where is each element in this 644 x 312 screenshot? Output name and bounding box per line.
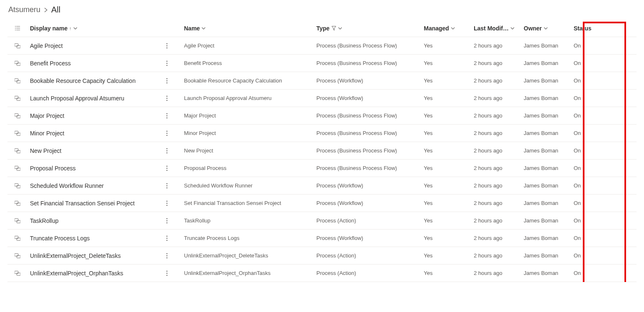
cell-display-name[interactable]: Major Project <box>27 112 182 119</box>
more-actions-icon[interactable] <box>164 200 170 206</box>
cell-status: On <box>571 182 634 189</box>
svg-point-28 <box>167 113 167 114</box>
process-icon <box>15 183 20 189</box>
table-row[interactable]: Truncate Process LogsTruncate Process Lo… <box>7 230 637 247</box>
table-row[interactable]: UnlinkExternalProject_OrphanTasksUnlinkE… <box>7 265 637 282</box>
cell-type: Process (Business Process Flow) <box>314 42 421 49</box>
table-row[interactable]: Scheduled Workflow RunnerScheduled Workf… <box>7 177 637 195</box>
cell-managed: Yes <box>421 77 471 84</box>
svg-point-70 <box>167 257 167 258</box>
more-actions-icon[interactable] <box>164 270 170 276</box>
svg-point-53 <box>167 200 167 201</box>
cell-display-name[interactable]: Set Financial Transaction Sensei Project <box>27 200 182 207</box>
table-row[interactable]: Launch Proposal Approval AtsumeruLaunch … <box>7 90 637 107</box>
cell-name: Bookable Resource Capacity Calculation <box>182 77 314 84</box>
table-row[interactable]: Set Financial Transaction Sensei Project… <box>7 195 637 212</box>
table-row[interactable]: Major ProjectMajor ProjectProcess (Busin… <box>7 107 637 125</box>
svg-rect-62 <box>17 238 20 240</box>
table-row[interactable]: Bookable Resource Capacity CalculationBo… <box>7 72 637 90</box>
more-actions-icon[interactable] <box>164 148 170 154</box>
more-actions-icon[interactable] <box>164 165 170 171</box>
svg-point-63 <box>167 235 167 236</box>
cell-managed: Yes <box>421 95 471 101</box>
cell-owner: James Boman <box>521 235 571 241</box>
cell-display-name[interactable]: Scheduled Workflow Runner <box>27 182 182 189</box>
cell-display-name[interactable]: Benefit Process <box>27 60 182 67</box>
header-managed-label: Managed <box>424 25 449 32</box>
svg-point-13 <box>167 60 167 61</box>
table-row[interactable]: Benefit ProcessBenefit ProcessProcess (B… <box>7 55 637 72</box>
svg-point-73 <box>167 270 167 271</box>
table-row[interactable]: Minor ProjectMinor ProjectProcess (Busin… <box>7 125 637 142</box>
more-actions-icon[interactable] <box>164 95 170 101</box>
breadcrumb-solution[interactable]: Atsumeru <box>8 5 40 14</box>
cell-owner: James Boman <box>521 200 571 206</box>
svg-point-39 <box>167 150 167 151</box>
svg-rect-4 <box>15 30 16 30</box>
svg-rect-47 <box>17 185 20 188</box>
more-actions-icon[interactable] <box>164 235 170 241</box>
more-actions-icon[interactable] <box>164 43 170 49</box>
cell-display-name[interactable]: TaskRollup <box>27 217 182 224</box>
cell-display-name[interactable]: Bookable Resource Capacity Calculation <box>27 77 182 84</box>
cell-display-name[interactable]: Agile Project <box>27 42 182 49</box>
svg-point-48 <box>167 183 167 184</box>
process-icon <box>15 235 20 241</box>
cell-display-name[interactable]: UnlinkExternalProject_OrphanTasks <box>27 270 182 277</box>
cell-name: Agile Project <box>182 42 314 49</box>
table-row[interactable]: Agile ProjectAgile ProjectProcess (Busin… <box>7 37 637 55</box>
svg-rect-22 <box>17 98 20 100</box>
svg-rect-16 <box>15 78 18 81</box>
table-row[interactable]: UnlinkExternalProject_DeleteTasksUnlinkE… <box>7 247 637 265</box>
cell-owner: James Boman <box>521 130 571 136</box>
cell-name: Launch Proposal Approval Atsumeru <box>182 95 314 101</box>
header-last-modified[interactable]: Last Modif… <box>471 25 521 32</box>
svg-point-33 <box>167 130 167 131</box>
table-row[interactable]: New ProjectNew ProjectProcess (Business … <box>7 142 637 160</box>
cell-owner: James Boman <box>521 60 571 66</box>
header-type[interactable]: Type <box>314 25 421 32</box>
svg-point-10 <box>167 47 167 48</box>
cell-last-modified: 2 hours ago <box>471 77 521 84</box>
svg-point-75 <box>167 275 167 275</box>
cell-display-name[interactable]: UnlinkExternalProject_DeleteTasks <box>27 252 182 259</box>
cell-type: Process (Workflow) <box>314 182 421 189</box>
cell-display-name[interactable]: Truncate Process Logs <box>27 235 182 242</box>
more-actions-icon[interactable] <box>164 253 170 259</box>
svg-rect-3 <box>16 28 20 28</box>
more-actions-icon[interactable] <box>164 60 170 66</box>
chevron-down-icon <box>338 26 342 30</box>
more-actions-icon[interactable] <box>164 78 170 84</box>
cell-name: Benefit Process <box>182 60 314 66</box>
cell-status: On <box>571 77 634 84</box>
header-owner[interactable]: Owner <box>521 25 571 32</box>
cell-status: On <box>571 252 634 259</box>
more-actions-icon[interactable] <box>164 183 170 189</box>
more-actions-icon[interactable] <box>164 218 170 224</box>
svg-rect-12 <box>17 63 20 65</box>
more-actions-icon[interactable] <box>164 130 170 136</box>
svg-point-15 <box>167 65 167 65</box>
process-icon <box>15 95 20 101</box>
table-row[interactable]: TaskRollupTaskRollupProcess (Action)Yes2… <box>7 212 637 230</box>
chevron-down-icon <box>544 26 548 30</box>
cell-display-name[interactable]: Proposal Process <box>27 165 182 172</box>
svg-rect-11 <box>15 61 18 63</box>
select-all-header[interactable] <box>7 25 27 31</box>
header-name[interactable]: Name <box>182 25 314 32</box>
header-display-name[interactable]: Display name ↑ <box>27 25 182 32</box>
cell-display-name[interactable]: New Project <box>27 147 182 154</box>
more-actions-icon[interactable] <box>164 113 170 119</box>
process-icon <box>15 253 20 259</box>
cell-status: On <box>571 165 634 171</box>
header-status[interactable]: Status <box>571 25 634 32</box>
svg-point-68 <box>167 253 167 254</box>
table-row[interactable]: Proposal ProcessProposal ProcessProcess … <box>7 160 637 177</box>
process-icon <box>15 200 20 206</box>
cell-status: On <box>571 147 634 154</box>
svg-point-60 <box>167 222 167 223</box>
cell-display-name[interactable]: Launch Proposal Approval Atsumeru <box>27 95 182 102</box>
cell-display-name[interactable]: Minor Project <box>27 130 182 137</box>
header-managed[interactable]: Managed <box>421 25 471 32</box>
filter-icon <box>331 26 336 31</box>
